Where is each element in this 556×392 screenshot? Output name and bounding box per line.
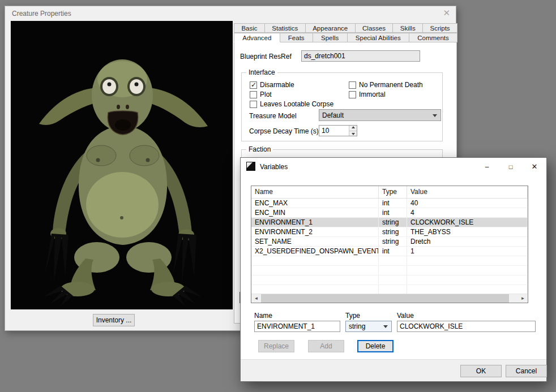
cell-type: string (379, 218, 407, 227)
cell-empty (379, 275, 407, 285)
checkbox-immortal[interactable]: Immortal (349, 91, 386, 98)
cell-value: 1 (407, 247, 528, 256)
tab-spells[interactable]: Spells (313, 33, 348, 42)
table-header-row: Name Type Value (251, 186, 528, 199)
cell-type: string (379, 237, 407, 246)
column-header-name[interactable]: Name (251, 186, 379, 199)
checkbox-plot[interactable]: Plot (250, 91, 272, 98)
checkbox-label: Leaves Lootable Corpse (260, 100, 333, 108)
table-row[interactable]: SET_NAME string Dretch (251, 237, 528, 247)
tab-advanced[interactable]: Advanced (234, 33, 280, 42)
blueprint-resref-field[interactable] (301, 50, 420, 62)
checkbox-label: Plot (260, 91, 272, 98)
cell-empty (251, 266, 379, 275)
checkbox-label: Immortal (359, 91, 386, 98)
column-header-type[interactable]: Type (379, 186, 407, 199)
empty-row (251, 256, 528, 266)
combobox-value: string (349, 322, 365, 330)
title-bar[interactable]: Variables – □ ✕ (241, 158, 546, 175)
column-header-value[interactable]: Value (407, 186, 528, 199)
table-row[interactable]: ENC_MIN int 4 (251, 208, 528, 218)
tab-scripts[interactable]: Scripts (422, 23, 457, 33)
checkbox-leaves-lootable-corpse[interactable]: Leaves Lootable Corpse (250, 100, 333, 108)
editor-value-label: Value (397, 312, 414, 320)
cell-name: ENVIRONMENT_1 (251, 218, 379, 227)
scroll-left-icon[interactable]: ◄ (251, 294, 261, 303)
title-bar[interactable]: Creature Properties ✕ (5, 6, 456, 21)
scrollbar-thumb[interactable] (261, 294, 509, 303)
creature-preview (11, 21, 233, 309)
checkbox-label: No Permanent Death (359, 81, 423, 89)
tab-special-abilities[interactable]: Special Abilities (347, 33, 409, 42)
treasure-model-label: Treasure Model (249, 112, 297, 120)
tab-feats[interactable]: Feats (280, 33, 313, 42)
tab-skills[interactable]: Skills (392, 23, 423, 33)
cell-empty (251, 285, 379, 294)
scroll-right-icon[interactable]: ► (518, 294, 528, 303)
dialog-footer: OK Cancel (241, 359, 546, 381)
cell-empty (407, 285, 528, 294)
cell-value: 4 (407, 208, 528, 217)
cell-value: CLOCKWORK_ISLE (407, 218, 528, 227)
replace-button[interactable]: Replace (258, 340, 294, 352)
table-row[interactable]: ENC_MAX int 40 (251, 199, 528, 208)
cell-empty (379, 256, 407, 265)
corpse-decay-spinner[interactable] (319, 125, 357, 136)
chevron-down-icon (383, 325, 388, 330)
checkbox-box (349, 81, 356, 89)
delete-button[interactable]: Delete (357, 340, 394, 352)
table-row[interactable]: X2_USERDEFINED_ONSPAWN_EVENTS int 1 (251, 247, 528, 256)
close-icon[interactable]: ✕ (523, 158, 546, 175)
cell-name: X2_USERDEFINED_ONSPAWN_EVENTS (251, 247, 379, 256)
add-button[interactable]: Add (308, 340, 344, 352)
close-icon[interactable]: ✕ (443, 8, 450, 18)
cell-type: int (379, 247, 407, 256)
tab-comments[interactable]: Comments (409, 33, 457, 42)
cell-type: string (379, 227, 407, 236)
tab-row-1: Basic Statistics Appearance Classes Skil… (234, 23, 457, 33)
tab-row-2: Advanced Feats Spells Special Abilities … (234, 33, 457, 42)
cell-name: SET_NAME (251, 237, 379, 246)
tab-appearance[interactable]: Appearance (305, 23, 356, 33)
cell-name: ENC_MIN (251, 208, 379, 217)
table-row[interactable]: ENVIRONMENT_1 string CLOCKWORK_ISLE (251, 218, 528, 227)
cell-empty (407, 256, 528, 265)
inventory-button[interactable]: Inventory ... (93, 314, 135, 326)
cancel-button[interactable]: Cancel (506, 365, 547, 377)
tab-basic[interactable]: Basic (234, 23, 265, 33)
checkbox-disarmable[interactable]: Disarmable (250, 81, 294, 89)
editor-type-label: Type (345, 312, 360, 320)
variable-type-combobox[interactable]: string (345, 321, 392, 332)
checkbox-box (250, 81, 257, 89)
spinner-up-icon[interactable] (349, 126, 357, 131)
creature-render (11, 21, 233, 309)
ok-button[interactable]: OK (460, 365, 502, 377)
tab-statistics[interactable]: Statistics (264, 23, 306, 33)
empty-row (251, 266, 528, 275)
editor-name-label: Name (254, 312, 272, 320)
maximize-icon[interactable]: □ (499, 158, 523, 175)
cell-empty (407, 275, 528, 285)
window-title: Creature Properties (12, 10, 71, 18)
variable-value-input[interactable] (397, 321, 536, 332)
spinner-down-icon[interactable] (349, 131, 357, 136)
cell-name: ENC_MAX (251, 199, 379, 208)
cell-value: 40 (407, 199, 528, 208)
cell-empty (379, 285, 407, 294)
table-body: ENC_MAX int 40 ENC_MIN int 4 ENVIRONMENT… (251, 199, 528, 295)
treasure-model-combobox[interactable]: Default (319, 109, 441, 121)
blueprint-resref-label: Blueprint ResRef (240, 53, 292, 61)
minimize-icon[interactable]: – (475, 158, 499, 175)
spinner-buttons (349, 126, 357, 136)
checkbox-box (250, 91, 257, 98)
horizontal-scrollbar[interactable]: ◄ ► (251, 294, 528, 303)
cell-value: Dretch (407, 237, 528, 246)
variable-name-input[interactable] (254, 321, 340, 332)
cell-empty (379, 266, 407, 275)
checkbox-label: Disarmable (260, 81, 294, 89)
checkbox-box (349, 91, 356, 98)
table-row[interactable]: ENVIRONMENT_2 string THE_ABYSS (251, 227, 528, 237)
checkbox-no-permanent-death[interactable]: No Permanent Death (349, 81, 423, 89)
tab-classes[interactable]: Classes (355, 23, 394, 33)
cell-empty (251, 275, 379, 285)
